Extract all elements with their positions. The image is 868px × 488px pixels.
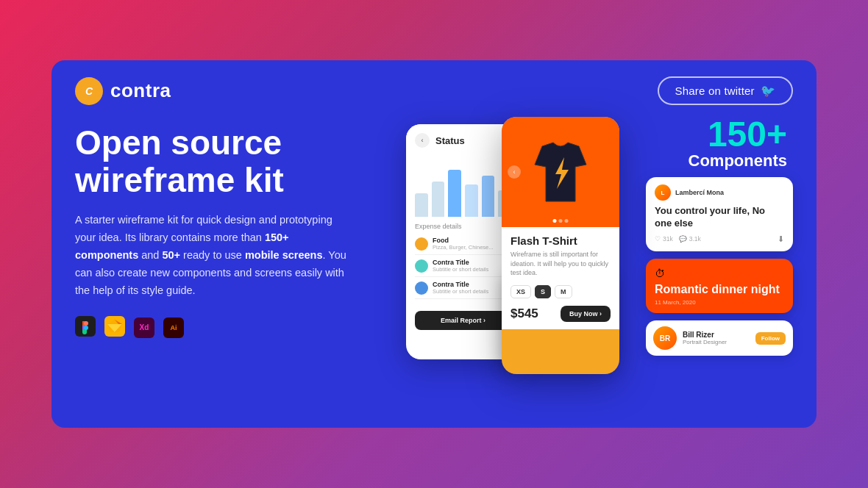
right-content: ‹ Status Expense details	[406, 117, 793, 396]
contra-dot-2	[415, 281, 428, 295]
size-s[interactable]: S	[535, 285, 551, 298]
right-cards: 150+ Components L Lambercí Mona You cont…	[646, 117, 793, 356]
share-button[interactable]: Share on twitter 🐦	[658, 76, 793, 105]
bar-5	[482, 176, 495, 217]
email-report-btn[interactable]: Email Report ›	[415, 311, 511, 330]
likes-stat: ♡ 31k	[655, 235, 673, 243]
phone-mockup-product: ‹ Flash T-Shirt	[502, 117, 619, 374]
contra-info-2: Contra Title Subtitle or short details	[433, 281, 511, 295]
content-area: Open source wireframe kit A starter wire…	[51, 117, 817, 428]
romantic-date: 11 March, 2020	[655, 299, 784, 306]
status-title: Status	[435, 135, 465, 146]
quote-stats: ♡ 31k 💬 3.1k ⬇	[655, 234, 784, 244]
follow-button[interactable]: Follow	[755, 332, 786, 345]
components-badge: 150+ Components	[646, 117, 793, 170]
food-dot	[415, 237, 428, 251]
dot-3	[565, 219, 569, 223]
svg-text:C: C	[85, 85, 93, 97]
contra-dot-1	[415, 259, 428, 273]
tool-icons: Xd Ai	[75, 316, 413, 340]
quote-user-row: L Lambercí Mona	[655, 184, 784, 201]
dot-1	[553, 219, 557, 223]
product-desc: Wireframe is still important for ideatio…	[511, 250, 611, 278]
components-label: Components	[646, 152, 787, 170]
product-image-area: ‹	[502, 117, 619, 227]
clock-icon: ⏱	[655, 268, 784, 279]
size-xs[interactable]: XS	[511, 285, 531, 298]
main-heading: Open source wireframe kit	[75, 124, 413, 198]
food-info: Food Pizza, Burger, Chinese...	[433, 237, 511, 251]
logo-area: C contra	[75, 77, 171, 105]
logo-icon: C	[75, 77, 103, 105]
product-name: Flash T-Shirt	[511, 234, 611, 247]
main-card: C contra Share on twitter 🐦 Open source …	[51, 60, 817, 428]
product-nav-btn[interactable]: ‹	[508, 165, 521, 179]
size-options: XS S M	[511, 285, 611, 298]
heart-icon: ♡	[655, 235, 661, 243]
user-info: Bill Rizer Portrait Designer	[683, 331, 750, 345]
share-button-label: Share on twitter	[675, 85, 755, 97]
user-avatar: BR	[653, 326, 677, 350]
product-dots	[553, 219, 569, 223]
bar-1	[415, 193, 428, 217]
dot-2	[559, 219, 563, 223]
comment-icon: 💬	[679, 235, 687, 243]
price-row: $545 Buy Now ›	[511, 306, 611, 322]
user-card: BR Bill Rizer Portrait Designer Follow	[646, 320, 793, 356]
product-info: Flash T-Shirt Wireframe is still importa…	[502, 227, 619, 329]
logo-text: contra	[110, 79, 171, 102]
romantic-card: ⏱ Romantic dinner night 11 March, 2020	[646, 259, 793, 313]
comments-stat: 💬 3.1k	[679, 235, 701, 243]
contra-info-1: Contra Title Subtitle or short details	[433, 259, 511, 273]
description: A starter wireframe kit for quick design…	[75, 212, 355, 300]
quote-card: L Lambercí Mona You control your life, N…	[646, 177, 793, 251]
header: C contra Share on twitter 🐦	[51, 60, 817, 117]
quote-avatar: L	[655, 184, 671, 201]
romantic-title: Romantic dinner night	[655, 282, 784, 296]
components-number: 150+	[646, 117, 787, 152]
xd-icon: Xd	[134, 317, 154, 338]
expense-item-2: Contra Title Subtitle or short details	[415, 277, 511, 299]
figma-icon	[75, 316, 96, 340]
user-role: Portrait Designer	[683, 339, 750, 345]
sketch-icon	[104, 316, 125, 340]
download-icon[interactable]: ⬇	[778, 234, 784, 244]
chart-bars	[415, 158, 511, 217]
bar-2	[432, 182, 445, 217]
user-name: Bill Rizer	[683, 331, 750, 339]
back-button[interactable]: ‹	[415, 133, 430, 148]
twitter-icon: 🐦	[761, 84, 775, 98]
expense-item-1: Contra Title Subtitle or short details	[415, 255, 511, 277]
buy-now-button[interactable]: Buy Now ›	[561, 306, 611, 322]
quote-username: Lambercí Mona	[675, 189, 724, 196]
size-m[interactable]: M	[555, 285, 572, 298]
bar-4	[465, 184, 478, 217]
expense-item-food: Food Pizza, Burger, Chinese...	[415, 233, 511, 255]
product-price: $545	[511, 306, 538, 321]
bar-3	[448, 170, 461, 217]
tshirt-svg	[527, 132, 594, 212]
expense-label: Expense details	[415, 223, 511, 230]
illustrator-icon: Ai	[163, 317, 184, 338]
left-content: Open source wireframe kit A starter wire…	[75, 117, 413, 340]
quote-text: You control your life, No one else	[655, 205, 784, 230]
